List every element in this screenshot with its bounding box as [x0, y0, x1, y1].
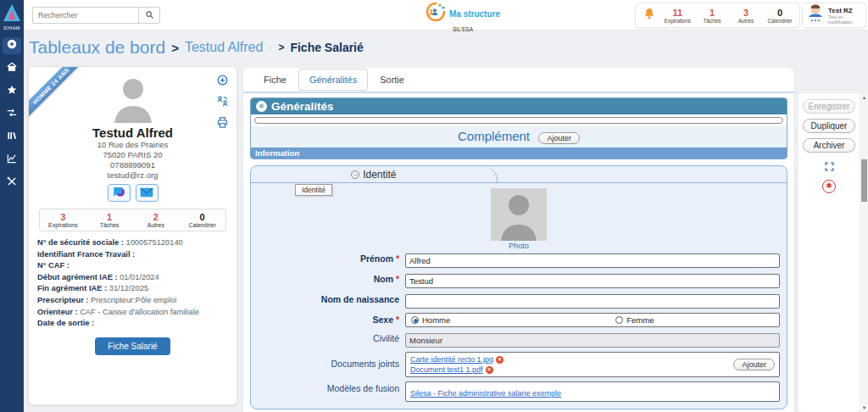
tab-sortie[interactable]: Sortie [370, 70, 415, 90]
photo-link[interactable]: Photo [491, 242, 547, 250]
print-icon[interactable] [216, 116, 229, 132]
structure-brand[interactable]: Ma structure SIL'ESA [412, 2, 514, 32]
tab-generalites[interactable]: Généralités [298, 69, 368, 91]
document-item: Carte identité recto 1.jpg ✕ [410, 354, 775, 365]
prenom-input[interactable] [405, 253, 780, 268]
form-photo-placeholder[interactable] [491, 188, 547, 241]
sidebar-item-workflow[interactable] [3, 106, 21, 123]
notif-autres[interactable]: 3 Autres [733, 8, 759, 24]
star-icon [6, 84, 18, 99]
employee-photo-placeholder[interactable] [106, 74, 160, 123]
radio-homme[interactable]: Homme [411, 315, 450, 325]
identite-section-tab[interactable]: − Identité [251, 166, 498, 183]
document-link[interactable]: Document test1 1.pdf [410, 365, 483, 375]
stat-count: 2 [133, 212, 180, 222]
detail-label: Date de sortie : [37, 319, 94, 327]
scrollbar-down-arrow[interactable]: ▼ [860, 404, 868, 412]
breadcrumb-employee[interactable]: Testud Alfred [185, 40, 264, 55]
complement-add-button[interactable]: Ajouter [538, 132, 580, 144]
information-bar: Information [251, 148, 787, 159]
breadcrumb-dashboards[interactable]: Tableaux de bord [29, 37, 165, 58]
fusion-template-link[interactable]: Silesa - Fiche administrative salarie ex… [410, 389, 561, 398]
search-icon [145, 9, 154, 22]
home-icon [6, 61, 18, 76]
field-civilite: Civilité [251, 331, 780, 348]
detail-label: N° CAF : [37, 261, 70, 270]
delete-document-icon[interactable]: ✕ [496, 356, 504, 364]
person-switch-icon[interactable] [216, 95, 229, 111]
radio-femme[interactable]: Femme [615, 315, 654, 325]
user-menu[interactable]: Test RZ Tout en modification [802, 3, 866, 28]
siham-logo[interactable] [0, 0, 24, 25]
detail-row: Fin agrément IAE : 31/12/2025 [37, 283, 236, 295]
field-label: Documents joints [331, 359, 399, 369]
notif-count: 1 [699, 8, 725, 18]
save-button[interactable]: Enregistrer [803, 99, 855, 114]
field-label: Sexe [372, 315, 393, 325]
scrollbar-thumb[interactable] [861, 159, 867, 202]
stat-count: 3 [40, 212, 86, 222]
employee-email: testud@rz.org [29, 170, 236, 181]
sidebar-item-home[interactable] [3, 60, 21, 77]
page-scrollbar[interactable]: ▲ ▼ [860, 93, 868, 412]
envelope-icon [140, 186, 153, 201]
tab-fiche[interactable]: Fiche [253, 70, 297, 90]
global-search [32, 7, 160, 24]
stat-label: Expirations [40, 222, 86, 228]
detail-value: Prescripteur:Pôle emploi [91, 296, 176, 304]
search-button[interactable] [138, 7, 160, 24]
detail-row: Début agrément IAE : 01/01/2024 [37, 272, 236, 284]
notif-label: Tâches [699, 18, 725, 24]
sidebar-item-reports[interactable] [3, 152, 21, 169]
sidebar-item-library[interactable] [3, 129, 21, 146]
stat-label: Tâches [86, 222, 133, 228]
archive-button[interactable]: Archiver [803, 138, 855, 153]
ribbon-container: HOMME 24 ANS [29, 67, 90, 128]
field-nom-naissance: Nom de naissance [251, 292, 780, 309]
field-label: Prénom [360, 253, 393, 264]
email-button[interactable] [136, 184, 159, 202]
notif-taches[interactable]: 1 Tâches [699, 8, 725, 24]
employee-stats: 3 Expirations 1 Tâches 2 Autres 0 Calend… [39, 209, 226, 231]
structure-logo-icon [426, 2, 446, 25]
stat-calendrier[interactable]: 0 Calendrier [179, 212, 225, 228]
documents-add-button[interactable]: Ajouter [733, 359, 775, 370]
identite-section: − Identité Identité Photo Prénom * Nom *… [250, 165, 787, 409]
notif-expirations[interactable]: 11 Expirations [665, 8, 691, 24]
sidebar-item-favorites[interactable] [3, 83, 21, 100]
field-label: Nom [374, 274, 393, 284]
detail-label: Prescripteur : [37, 296, 88, 304]
collapse-icon[interactable]: « [256, 101, 267, 112]
delete-document-icon[interactable]: ✕ [486, 366, 493, 374]
stat-taches[interactable]: 1 Tâches [86, 212, 133, 228]
notif-label: Calendrier [767, 18, 793, 24]
identite-tooltip: Identité [295, 184, 332, 196]
stat-expirations[interactable]: 3 Expirations [40, 212, 86, 228]
stat-autres[interactable]: 2 Autres [133, 212, 180, 228]
nom-input[interactable] [405, 274, 780, 288]
siham-logo-icon [3, 4, 20, 21]
top-bar: Ma structure SIL'ESA 11 Expirations 1 Tâ… [24, 0, 868, 31]
sidebar-item-add[interactable] [3, 37, 21, 54]
chat-button[interactable] [108, 184, 131, 202]
radio-label: Femme [626, 315, 654, 325]
employee-phone: 0788899091 [29, 160, 236, 170]
detail-value: 01/01/2024 [120, 273, 159, 281]
required-fields-icon[interactable]: ✱ [822, 180, 836, 193]
books-icon [6, 130, 18, 145]
generalites-header: « Généralités [251, 98, 787, 114]
duplicate-button[interactable]: Dupliquer [803, 119, 855, 133]
notif-count: 11 [665, 8, 691, 18]
search-input[interactable] [32, 7, 138, 24]
section-collapse-icon: − [351, 170, 359, 179]
nom-naissance-input[interactable] [405, 294, 780, 309]
document-link[interactable]: Carte identité recto 1.jpg [410, 354, 493, 365]
notif-calendrier[interactable]: 0 Calendrier [767, 8, 793, 24]
sidebar-item-tools[interactable] [3, 175, 21, 192]
fullscreen-icon[interactable] [824, 160, 835, 171]
fiche-salarie-button[interactable]: Fiche Salarié [95, 337, 170, 355]
detail-row: N° de sécurité sociale : 1000575120140 [37, 237, 236, 249]
scrollbar-up-arrow[interactable]: ▲ [860, 93, 868, 102]
employee-summary-card: HOMME 24 ANS Testud Alfred 10 Rue des Pr… [28, 66, 237, 405]
zoom-plus-icon[interactable] [216, 74, 229, 90]
